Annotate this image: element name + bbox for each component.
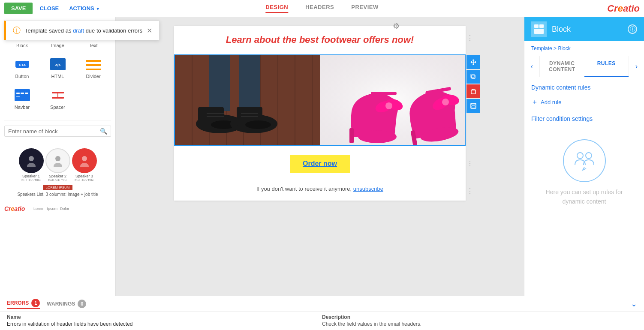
save-button[interactable]: SAVE [4,3,33,14]
speaker1-title: Full Job Title [21,178,41,182]
svg-rect-21 [52,92,64,93]
sidebar-divider-line [4,120,111,120]
svg-rect-18 [21,93,24,94]
search-icon: 🔍 [100,128,107,135]
search-input[interactable] [8,128,100,135]
sidebar-item-navbar[interactable]: Navbar [4,83,40,114]
toolbar: SAVE CLOSE ACTIONS ▼ DESIGN HEADERS PREV… [0,0,644,17]
email-image-block[interactable]: ⋮ [174,54,466,146]
copy-action-button[interactable] [466,70,480,84]
order-block-dots[interactable]: ⋮ [466,160,473,167]
left-sidebar: Block Image [0,17,116,296]
sidebar-divider-label: Divider [86,74,100,79]
speaker3-title: Full Job Title [75,178,94,182]
svg-point-27 [54,163,62,167]
tab-dynamic-content[interactable]: DYNAMIC CONTENT [540,56,584,77]
breadcrumb-current: Block [558,45,570,51]
speaker2-title: Full Job Title [48,178,67,182]
warnings-tab[interactable]: WARNINGS 0 [47,300,86,308]
sidebar-item-divider[interactable]: Divider [75,52,111,83]
panel-tabs: ‹ DYNAMIC CONTENT RULES › [524,56,644,77]
speaker3-avatar [72,148,97,173]
logo-preview: Creatio [4,203,30,215]
svg-rect-35 [239,55,260,111]
right-panel: Block ⓘ Template > Block ‹ DYNAMIC CONTE… [524,17,644,296]
svg-rect-19 [25,93,28,94]
speaker-block-preview[interactable]: Speaker 1 Full Job Title Speaker 2 Full … [0,144,115,201]
speaker-block-description: Speakers List. 3 columns: Image + job ti… [4,192,111,197]
svg-rect-13 [86,60,101,62]
tab-design[interactable]: DESIGN [265,4,288,13]
collapse-bottom-bar-button[interactable]: ⌄ [631,299,637,309]
sidebar-spacer-label: Spacer [50,105,65,110]
speaker-row: Speaker 1 Full Job Title Speaker 2 Full … [4,148,111,182]
close-button[interactable]: CLOSE [36,3,62,13]
sidebar-text-label: Text [89,43,97,48]
unsubscribe-link[interactable]: unsubscribe [353,186,383,192]
svg-rect-17 [16,93,20,94]
bottom-bar-content: Name Errors in validation of header fiel… [0,312,644,330]
speaker2-avatar [45,148,70,173]
block-type-icon [531,21,547,37]
svg-rect-14 [86,64,101,66]
right-panel-header: Block ⓘ [524,17,644,41]
svg-point-26 [55,156,60,161]
logo-block-preview[interactable]: Creatio LoremIpsumDolor [0,203,115,215]
tab-headers[interactable]: HEADERS [305,4,334,13]
speaker1-name: Speaker 1 [22,174,40,178]
settings-icon[interactable]: ⚙ [393,21,400,31]
speaker1-avatar [19,148,44,173]
bottom-bar-tabs: ERRORS 1 WARNINGS 0 ⌄ [0,296,644,312]
svg-rect-66 [472,106,475,108]
svg-point-41 [245,120,271,129]
spacer-icon [48,87,68,103]
panel-info-button[interactable]: ⓘ [628,24,637,34]
image-left [175,55,320,145]
add-rule-button[interactable]: ＋ Add rule [531,98,637,107]
notification-close-button[interactable]: ✕ [147,27,152,35]
tab-preview[interactable]: PREVIEW [351,4,378,13]
svg-point-71 [586,153,592,159]
error-desc-text: Check the field values in the email head… [322,321,637,327]
sidebar-divider-line2 [4,142,111,142]
move-action-button[interactable] [466,55,480,69]
image-block-actions [466,55,480,113]
dynamic-content-rules-title[interactable]: Dynamic content rules [531,84,637,91]
email-canvas: Learn about the best footwear offers now… [174,26,466,201]
empty-state-icon [563,139,606,182]
unsubscribe-block-dots[interactable]: ⋮ [466,188,473,195]
notification-draft-link[interactable]: draft [73,27,84,34]
filter-condition-title[interactable]: Filter condition settings [531,115,637,122]
main-layout: Block Image [0,17,644,296]
delete-action-button[interactable] [466,84,480,98]
sidebar-item-html[interactable]: </> HTML [40,52,75,83]
svg-rect-61 [471,74,474,78]
svg-point-24 [29,156,34,161]
actions-button[interactable]: ACTIONS ▼ [66,3,103,13]
sidebar-html-label: HTML [51,74,64,79]
svg-text:CTA: CTA [19,63,26,67]
breadcrumb-template-link[interactable]: Template [531,45,552,51]
errors-tab[interactable]: ERRORS 1 [7,299,40,309]
sidebar-item-button[interactable]: CTA Button [4,52,40,83]
sidebar-item-spacer[interactable]: Spacer [40,83,75,114]
order-now-button[interactable]: Order now [290,155,350,173]
svg-text:</>: </> [55,63,60,67]
button-icon: CTA [12,57,32,72]
header-block-dots[interactable]: ⋮ [466,35,473,42]
panel-body: Dynamic content rules ＋ Add rule Filter … [524,77,644,296]
sidebar-button-label: Button [15,74,29,79]
svg-rect-52 [349,128,354,143]
notification-banner: ⓘ Template saved as draft due to validat… [4,21,159,40]
save-block-action-button[interactable] [466,99,480,113]
svg-rect-34 [209,55,230,111]
speaker2-name: Speaker 2 [49,174,66,178]
panel-prev-tab-button[interactable]: ‹ [524,56,540,77]
panel-next-tab-button[interactable]: › [629,56,644,77]
empty-state: Here you can set up rules for dynamic co… [531,131,637,215]
email-header-divider [183,50,457,50]
notification-text: Template saved as draft due to validatio… [25,27,142,34]
tab-rules[interactable]: RULES [584,56,629,77]
order-section: Order now ⋮ [174,146,466,181]
svg-rect-20 [16,96,20,97]
